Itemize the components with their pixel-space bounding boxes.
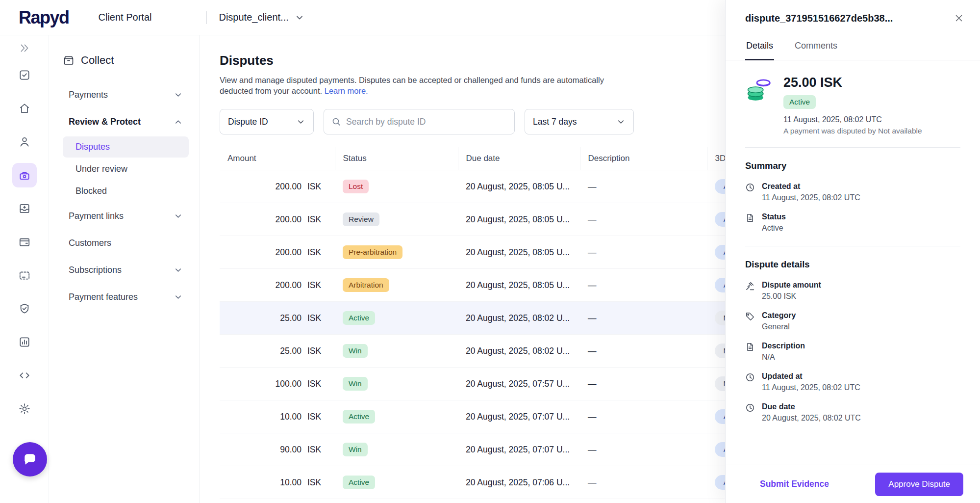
tab-details[interactable]: Details	[745, 34, 774, 60]
description-value: —	[580, 203, 707, 236]
status-badge: Win	[343, 344, 368, 358]
chevron-up-icon	[174, 117, 183, 127]
portal-label: Client Portal	[99, 12, 152, 23]
amount-value: 200.00	[275, 247, 302, 258]
inbox-arrow-down-icon	[18, 202, 31, 215]
expand-sidebar-button[interactable]	[12, 38, 37, 58]
detail-item: Due date 20 August, 2025, 08:02 UTC	[745, 402, 960, 423]
rail-item-wallet[interactable]	[12, 230, 37, 254]
sidebar-item-under-review[interactable]: Under review	[63, 159, 189, 180]
sidebar-item-payment-features[interactable]: Payment features	[63, 285, 189, 310]
column-header-due-date: Due date	[458, 147, 580, 170]
nav-label: Customers	[69, 238, 111, 248]
date-range-select[interactable]: Last 7 days	[525, 109, 634, 134]
due-date: 20 August, 2025, 08:05 U...	[458, 170, 580, 203]
sidebar-item-payment-links[interactable]: Payment links	[63, 204, 189, 229]
collect-box-icon	[18, 169, 31, 182]
code-icon	[18, 369, 31, 382]
sidebar-item-subscriptions[interactable]: Subscriptions	[63, 258, 189, 283]
drawer-title: dispute_371951516627de5b38...	[745, 13, 893, 24]
detail-item: Description N/A	[745, 342, 960, 362]
sidebar-item-blocked[interactable]: Blocked	[63, 181, 189, 202]
description-value: —	[580, 236, 707, 269]
status-badge: Lost	[343, 180, 369, 193]
dispute-date: 11 August, 2025, 08:02 UTC	[783, 115, 922, 124]
amount-value: 25.00	[280, 346, 302, 356]
due-date: 20 August, 2025, 08:02 U...	[458, 302, 580, 335]
rail-item-customers[interactable]	[12, 130, 37, 154]
description-value: —	[580, 400, 707, 433]
review-protect-subnav: Disputes Under review Blocked	[63, 136, 189, 202]
status-badge: Active	[343, 311, 375, 325]
dispute-id-select-value: Dispute ID	[228, 117, 268, 127]
page-description: View and manage disputed payments. Dispu…	[220, 75, 639, 96]
double-chevron-right-icon	[18, 42, 31, 54]
item-value: Active	[762, 224, 786, 233]
sidebar-item-disputes[interactable]: Disputes	[63, 136, 189, 158]
clock-icon	[745, 183, 755, 192]
rail-item-collect[interactable]	[12, 163, 37, 187]
clock-icon	[745, 372, 755, 382]
learn-more-link[interactable]: Learn more.	[325, 86, 368, 95]
icon-rail	[0, 35, 49, 503]
dashed-card-icon	[18, 269, 31, 282]
rapyd-client-portal: Rapyd Client Portal Dispute_client...	[0, 0, 980, 503]
sidebar-section-header: Collect	[63, 54, 189, 67]
rail-item-compliance[interactable]	[12, 296, 37, 321]
amount-currency: ISK	[307, 445, 327, 455]
sidebar-item-customers[interactable]: Customers	[63, 231, 189, 256]
sidebar-item-payments[interactable]: Payments	[63, 82, 189, 107]
rail-item-issuing[interactable]	[12, 263, 37, 288]
document-icon	[745, 213, 755, 223]
item-value: N/A	[762, 353, 805, 362]
column-header-amount: Amount	[220, 147, 335, 170]
dispute-details-section: Dispute details Dispute amount 25.00 ISK…	[745, 246, 960, 436]
rail-item-disburse[interactable]	[12, 196, 37, 221]
amount-currency: ISK	[307, 214, 327, 225]
support-chat-button[interactable]	[13, 442, 47, 477]
amount-value: 200.00	[275, 182, 302, 192]
tab-comments[interactable]: Comments	[794, 34, 838, 60]
due-date: 20 August, 2025, 07:57 U...	[458, 368, 580, 400]
amount-value: 10.00	[280, 412, 302, 422]
dispute-id-select[interactable]: Dispute ID	[220, 109, 314, 134]
description-value: —	[580, 466, 707, 499]
description-value: —	[580, 269, 707, 302]
rail-item-developers[interactable]	[12, 363, 37, 388]
summary-title: Summary	[745, 160, 960, 171]
workspace-selector[interactable]: Dispute_client...	[219, 12, 304, 23]
dispute-note: A payment was disputed by Not available	[783, 127, 922, 135]
rail-item-analytics[interactable]	[12, 330, 37, 354]
rail-item-getting-started[interactable]	[12, 63, 37, 87]
rail-item-settings[interactable]	[12, 397, 37, 421]
item-label: Due date	[762, 402, 861, 411]
nav-label: Payment links	[69, 211, 124, 221]
submit-evidence-button[interactable]: Submit Evidence	[760, 479, 829, 489]
status-badge: Review	[343, 212, 379, 226]
item-value: 20 August, 2025, 08:02 UTC	[762, 414, 861, 423]
approve-dispute-button[interactable]: Approve Dispute	[875, 473, 963, 496]
search-box	[324, 109, 515, 134]
detail-item: Status Active	[745, 212, 960, 233]
drawer-summary-items: Created at 11 August, 2025, 08:02 UTC St…	[745, 182, 960, 233]
drawer-details-items: Dispute amount 25.00 ISK Category Genera…	[745, 281, 960, 423]
close-drawer-button[interactable]	[952, 11, 966, 26]
amount-currency: ISK	[307, 412, 327, 422]
archive-box-icon	[63, 54, 75, 66]
gavel-icon	[745, 281, 755, 291]
sidebar-item-review-protect[interactable]: Review & Protect	[63, 109, 189, 134]
status-badge: Pre-arbitration	[343, 245, 402, 259]
summary-section: Summary Created at 11 August, 2025, 08:0…	[745, 148, 960, 246]
bar-chart-icon	[18, 336, 31, 348]
amount-currency: ISK	[307, 379, 327, 389]
status-badge: Active	[343, 410, 375, 424]
nav-label: Payments	[69, 90, 108, 100]
detail-item: Category General	[745, 311, 960, 331]
dispute-amount: 25.00 ISK	[783, 75, 922, 90]
detail-item: Created at 11 August, 2025, 08:02 UTC	[745, 182, 960, 202]
rail-item-home[interactable]	[12, 96, 37, 121]
item-label: Category	[762, 311, 796, 320]
topbar-divider	[206, 11, 207, 24]
search-input[interactable]	[346, 117, 507, 127]
due-date: 20 August, 2025, 07:07 U...	[458, 400, 580, 433]
